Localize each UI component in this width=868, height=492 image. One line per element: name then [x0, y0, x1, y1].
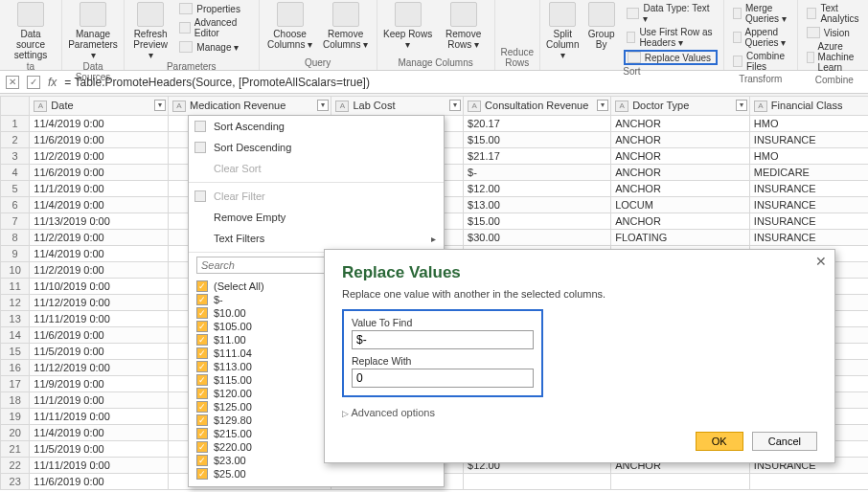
- cell[interactable]: FLOATING: [611, 230, 750, 246]
- checkbox-icon[interactable]: ✓: [196, 428, 208, 439]
- cell[interactable]: $20.17: [464, 116, 611, 132]
- cell[interactable]: INSURANCE: [749, 132, 868, 148]
- cell[interactable]: 11/11/2019 0:00: [30, 409, 169, 425]
- ribbon-button[interactable]: Group By: [585, 2, 618, 50]
- ribbon-button[interactable]: Refresh Preview ▾: [130, 2, 171, 60]
- cell[interactable]: 9: [1, 246, 30, 262]
- checkbox-icon[interactable]: ✓: [196, 347, 208, 359]
- checkbox-icon[interactable]: ✓: [196, 280, 208, 292]
- column-header-fin[interactable]: AFinancial Class▾: [749, 97, 868, 116]
- checkbox-icon[interactable]: ✓: [196, 294, 208, 305]
- cell[interactable]: 11: [1, 279, 30, 295]
- cell[interactable]: ANCHOR: [611, 181, 750, 197]
- cell[interactable]: $21.17: [464, 148, 611, 165]
- cell[interactable]: 11/9/2019 0:00: [30, 376, 169, 392]
- cell[interactable]: 11/11/2019 0:00: [30, 458, 169, 474]
- ribbon-button[interactable]: Remove Rows ▾: [439, 2, 489, 50]
- ribbon-button[interactable]: Choose Columns ▾: [265, 2, 315, 50]
- cell[interactable]: 10: [1, 262, 30, 279]
- ribbon-small-button[interactable]: Vision: [804, 26, 865, 39]
- confirm-icon[interactable]: ✓: [27, 76, 40, 89]
- cell[interactable]: 7: [1, 213, 30, 230]
- column-header-doc[interactable]: ADoctor Type▾: [611, 97, 750, 116]
- column-dropdown-icon[interactable]: ▾: [449, 100, 461, 111]
- cell[interactable]: 11/1/2019 0:00: [30, 181, 169, 197]
- cell[interactable]: 17: [1, 376, 30, 392]
- ribbon-small-button[interactable]: Data Type: Text ▾: [624, 2, 718, 25]
- cell[interactable]: 11/2/2019 0:00: [30, 262, 169, 279]
- column-dropdown-icon[interactable]: ▾: [597, 100, 608, 111]
- column-header-date[interactable]: ADate▾: [30, 97, 169, 116]
- cell[interactable]: 15: [1, 344, 30, 360]
- ribbon-small-button[interactable]: Azure Machine Learn: [804, 40, 865, 74]
- replace-with-input[interactable]: [352, 369, 534, 388]
- cell[interactable]: 11/4/2019 0:00: [30, 197, 169, 213]
- cell[interactable]: 2: [1, 132, 30, 148]
- ribbon-small-button[interactable]: Text Analytics: [804, 2, 865, 25]
- cell[interactable]: 16: [1, 360, 30, 376]
- cell[interactable]: LOCUM: [611, 197, 750, 213]
- ribbon-button[interactable]: Split Column ▾: [546, 2, 579, 60]
- cell[interactable]: HMO: [749, 116, 868, 132]
- cell[interactable]: MEDICARE: [749, 165, 868, 181]
- cell[interactable]: 14: [1, 327, 30, 344]
- ribbon-small-button[interactable]: Append Queries ▾: [730, 26, 791, 49]
- cell[interactable]: ANCHOR: [611, 132, 750, 148]
- cell[interactable]: 22: [1, 458, 30, 474]
- cell[interactable]: 11/6/2019 0:00: [30, 327, 169, 344]
- cell[interactable]: 11/12/2019 0:00: [30, 295, 169, 311]
- replace-values-ribbon-button[interactable]: Replace Values: [624, 50, 718, 65]
- checkbox-icon[interactable]: ✓: [196, 455, 208, 466]
- cell[interactable]: 3: [1, 148, 30, 165]
- cell[interactable]: 18: [1, 392, 30, 409]
- cell[interactable]: 11/10/2019 0:00: [30, 279, 169, 295]
- cell[interactable]: 11/6/2019 0:00: [30, 132, 169, 148]
- close-icon[interactable]: ✕: [815, 254, 827, 269]
- cell[interactable]: 8: [1, 230, 30, 246]
- cell[interactable]: $15.00: [464, 132, 611, 148]
- filter-value-item[interactable]: ✓$25.00: [194, 467, 438, 481]
- cell[interactable]: 23: [1, 474, 30, 490]
- cell[interactable]: [611, 474, 750, 490]
- cell[interactable]: 20: [1, 425, 30, 441]
- checkbox-icon[interactable]: ✓: [196, 321, 208, 332]
- column-dropdown-icon[interactable]: ▾: [736, 100, 747, 111]
- ribbon-small-button[interactable]: Merge Queries ▾: [730, 2, 791, 25]
- ribbon-small-button[interactable]: Advanced Editor: [176, 16, 252, 39]
- cell[interactable]: 1: [1, 116, 30, 132]
- cell[interactable]: INSURANCE: [749, 197, 868, 213]
- cell[interactable]: $13.00: [464, 197, 611, 213]
- column-header-num[interactable]: [1, 97, 30, 116]
- cell[interactable]: 11/6/2019 0:00: [30, 474, 169, 490]
- cell[interactable]: INSURANCE: [749, 213, 868, 230]
- ribbon-button[interactable]: Keep Rows ▾: [383, 2, 433, 50]
- cell[interactable]: 11/6/2019 0:00: [30, 165, 169, 181]
- checkbox-icon[interactable]: ✓: [196, 468, 208, 480]
- cell[interactable]: 5: [1, 181, 30, 197]
- column-header-cons[interactable]: AConsultation Revenue▾: [464, 97, 611, 116]
- cell[interactable]: 13: [1, 311, 30, 327]
- checkbox-icon[interactable]: ✓: [196, 374, 208, 386]
- cell[interactable]: ANCHOR: [611, 165, 750, 181]
- cell[interactable]: 11/1/2019 0:00: [30, 392, 169, 409]
- advanced-options-toggle[interactable]: Advanced options: [342, 407, 817, 418]
- cell[interactable]: INSURANCE: [749, 230, 868, 246]
- value-to-find-input[interactable]: [352, 330, 534, 349]
- cell[interactable]: 11/4/2019 0:00: [30, 116, 169, 132]
- ribbon-button[interactable]: Manage Parameters ▾: [68, 2, 118, 60]
- cell[interactable]: 11/2/2019 0:00: [30, 148, 169, 165]
- ribbon-button[interactable]: Data source settings: [6, 2, 56, 60]
- text-filters[interactable]: Text Filters▸: [189, 228, 444, 249]
- cancel-icon[interactable]: ✕: [6, 76, 19, 89]
- cell[interactable]: 6: [1, 197, 30, 213]
- cell[interactable]: 11/11/2019 0:00: [30, 311, 169, 327]
- column-dropdown-icon[interactable]: ▾: [317, 100, 329, 111]
- checkbox-icon[interactable]: ✓: [196, 361, 208, 372]
- cell[interactable]: 11/5/2019 0:00: [30, 344, 169, 360]
- checkbox-icon[interactable]: ✓: [196, 307, 208, 319]
- cell[interactable]: ANCHOR: [611, 116, 750, 132]
- cell[interactable]: 11/4/2019 0:00: [30, 425, 169, 441]
- remove-empty[interactable]: Remove Empty: [189, 207, 444, 228]
- cell[interactable]: ANCHOR: [611, 148, 750, 165]
- cell[interactable]: $30.00: [464, 230, 611, 246]
